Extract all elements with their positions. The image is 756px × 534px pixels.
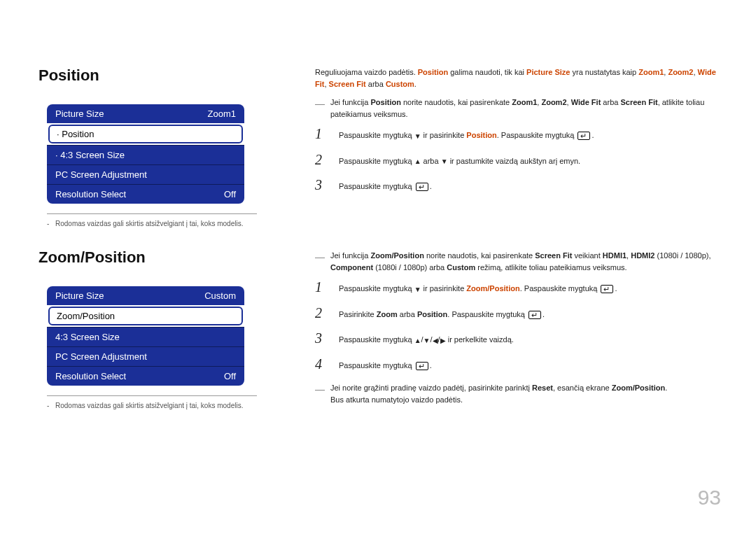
menu-row-resolution-select[interactable]: Resolution Select Off	[47, 366, 244, 386]
tip-zoom-position-2: Jei norite grąžinti pradinę vaizdo padėt…	[315, 382, 721, 405]
menu-label: PC Screen Adjustment	[55, 169, 147, 180]
menu-label: Picture Size	[55, 108, 104, 119]
menu-label: Resolution Select	[55, 371, 126, 381]
step-2: 2 Paspauskite mygtuką ▲ arba ▼ ir pastum…	[315, 153, 721, 167]
menu-value: Zoom1	[208, 108, 236, 119]
step-4: 4 Paspauskite mygtuką .	[315, 357, 721, 372]
triangle-up-icon: ▲	[414, 156, 421, 167]
menu-label: 4:3 Screen Size	[55, 332, 120, 342]
menu-position: Picture Size Zoom1 · Position · 4:3 Scre…	[47, 104, 244, 204]
menu-label: Resolution Select	[55, 189, 126, 199]
menu-label: Picture Size	[55, 290, 104, 301]
footnote-position: -Rodomas vaizdas gali skirtis atsižvelgi…	[47, 213, 257, 227]
triangle-down-icon: ▼	[441, 156, 448, 167]
menu-row-screen-size[interactable]: · 4:3 Screen Size	[47, 145, 244, 164]
enter-icon	[416, 362, 428, 370]
menu-zoom-position: Picture Size Custom Zoom/Position 4:3 Sc…	[47, 286, 244, 386]
menu-row-resolution-select[interactable]: Resolution Select Off	[47, 184, 244, 204]
triangle-down-icon: ▼	[414, 131, 421, 141]
menu-value: Off	[224, 371, 236, 381]
menu-row-picture-size[interactable]: Picture Size Zoom1	[47, 104, 244, 123]
tip-zoom-position-1: Jei funkcija Zoom/Position norite naudot…	[315, 250, 721, 273]
page-number: 93	[698, 486, 721, 510]
menu-row-pc-adjust[interactable]: PC Screen Adjustment	[47, 346, 244, 366]
heading-position: Position	[38, 66, 284, 85]
step-3: 3 Paspauskite mygtuką ▲/▼/◀/▶ ir perkelk…	[315, 331, 721, 346]
menu-label: · Position	[57, 129, 94, 139]
triangle-up-icon: ▲	[414, 335, 421, 346]
menu-row-zoom-position-selected[interactable]: Zoom/Position	[48, 307, 243, 325]
steps-position: 1 Paspauskite mygtuką ▼ ir pasirinkite P…	[315, 127, 721, 192]
footnote-zoom-position: -Rodomas vaizdas gali skirtis atsižvelgi…	[47, 395, 257, 409]
step-2: 2 Pasirinkite Zoom arba Position. Paspau…	[315, 306, 721, 321]
enter-icon	[601, 285, 613, 293]
intro-position: Reguliuojama vaizdo padėtis. Position ga…	[315, 66, 721, 90]
menu-row-position-selected[interactable]: · Position	[48, 125, 243, 143]
menu-label: PC Screen Adjustment	[55, 351, 147, 362]
steps-zoom-position: 1 Paspauskite mygtuką ▼ ir pasirinkite Z…	[315, 280, 721, 371]
triangle-down-icon: ▼	[414, 284, 421, 295]
triangle-left-icon: ◀	[433, 335, 438, 346]
enter-icon	[528, 311, 541, 319]
triangle-down-icon: ▼	[424, 335, 430, 346]
menu-label: · 4:3 Screen Size	[55, 150, 125, 160]
step-3: 3 Paspauskite mygtuką .	[315, 178, 721, 192]
menu-row-picture-size[interactable]: Picture Size Custom	[47, 286, 244, 305]
menu-value: Custom	[204, 290, 236, 301]
tip-position: Jei funkcija Position norite naudotis, k…	[315, 97, 721, 120]
triangle-right-icon: ▶	[440, 335, 446, 346]
menu-row-pc-adjust[interactable]: PC Screen Adjustment	[47, 164, 244, 184]
menu-value: Off	[224, 189, 236, 199]
heading-zoom-position: Zoom/Position	[38, 248, 284, 267]
enter-icon	[578, 132, 590, 140]
menu-row-screen-size[interactable]: 4:3 Screen Size	[47, 327, 244, 346]
enter-icon	[416, 183, 428, 191]
menu-label: Zoom/Position	[57, 311, 115, 321]
step-1: 1 Paspauskite mygtuką ▼ ir pasirinkite P…	[315, 127, 721, 141]
step-1: 1 Paspauskite mygtuką ▼ ir pasirinkite Z…	[315, 280, 721, 295]
